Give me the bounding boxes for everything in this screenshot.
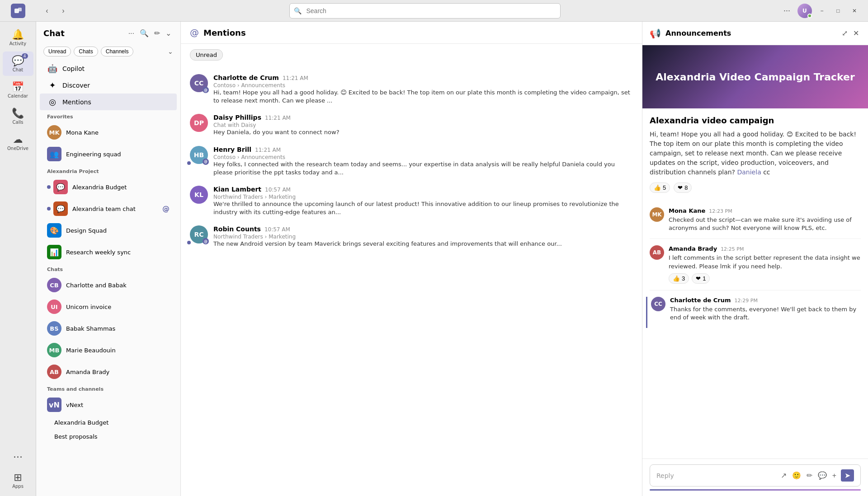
message-item-charlotte[interactable]: CC @ Charlotte de Crum 11:21 AM Contoso …: [181, 70, 642, 109]
chat-item-design-squad[interactable]: 🎨 Design Squad: [40, 220, 177, 241]
msg-content-charlotte: Charlotte de Crum 11:21 AM Contoso › Ann…: [213, 74, 633, 105]
chat-item-unicorn-invoice[interactable]: UI Unicorn invoice: [40, 296, 177, 318]
filter-channels[interactable]: Channels: [101, 47, 134, 56]
more-options-button[interactable]: ···: [780, 4, 794, 17]
chat-item-alexandria-team-chat[interactable]: 💬 Alexandria team chat @: [40, 198, 177, 220]
mention-daniela[interactable]: Daniela: [737, 168, 761, 176]
chat-item-marie-beaudouin[interactable]: MB Marie Beaudouin: [40, 339, 177, 361]
mentions-icon: ◎: [47, 97, 58, 107]
unread-tag[interactable]: Unread: [190, 49, 223, 61]
chat-item-best-proposals[interactable]: Best proposals: [40, 430, 177, 444]
rail-item-calls[interactable]: 📞 Calls: [3, 104, 33, 128]
thread-header-mona: Mona Kane 12:23 PM: [669, 207, 861, 214]
message-item-henry[interactable]: HB @ Henry Brill 11:21 AM Contoso › Anno…: [181, 141, 642, 181]
back-button[interactable]: ‹: [40, 4, 54, 18]
add-button[interactable]: +: [831, 471, 837, 481]
thread-text-charlotte-reply: Thanks for the comments, everyone! We'll…: [670, 305, 861, 322]
close-panel-button[interactable]: ✕: [851, 27, 861, 39]
msg-header-charlotte: Charlotte de Crum 11:21 AM: [213, 74, 633, 81]
format-button[interactable]: ↗: [780, 470, 788, 481]
rail-item-more[interactable]: ···: [3, 448, 33, 466]
expand-panel-button[interactable]: ⤢: [840, 27, 849, 39]
filter-expand-button[interactable]: ⌄: [164, 27, 173, 39]
thread-reply-amanda: AB Amanda Brady 12:25 PM I left comments…: [650, 245, 861, 290]
thumbsup-emoji: 👍: [654, 184, 661, 191]
reaction-thumbsup-amanda[interactable]: 👍 3: [669, 273, 689, 284]
chat-item-alexandria-budget-ch[interactable]: Alexandria Budget: [40, 416, 177, 430]
reply-thread: MK Mona Kane 12:23 PM Checked out the sc…: [642, 207, 868, 342]
message-item-robin[interactable]: RC @ Robin Counts 10:57 AM Northwind Tra…: [181, 221, 642, 253]
rail-item-apps[interactable]: ⊞ Apps: [3, 468, 33, 492]
close-button[interactable]: ✕: [848, 5, 861, 17]
dot-indicator: [187, 161, 191, 165]
right-panel-title: Announcements: [665, 29, 835, 37]
thread-header-charlotte-reply: Charlotte de Crum 12:29 PM: [670, 297, 861, 304]
chat-item-vnext[interactable]: vN vNext: [40, 394, 177, 416]
chat-item-engineering-squad[interactable]: 👥 Engineering squad: [40, 143, 177, 165]
minimize-button[interactable]: −: [816, 5, 828, 17]
forward-button[interactable]: ›: [56, 4, 71, 18]
more-icon: ···: [13, 451, 23, 463]
filter-unread[interactable]: Unread: [43, 47, 71, 56]
unread-tag-container: Unread: [181, 44, 642, 66]
sticker-button[interactable]: 💬: [817, 470, 828, 481]
reaction-heart-amanda[interactable]: ❤ 1: [692, 273, 710, 284]
more-options-sidebar-button[interactable]: ···: [127, 27, 136, 39]
thumbsup-emoji: 👍: [673, 275, 680, 282]
heart-emoji: ❤: [696, 275, 701, 282]
at-indicator: @: [203, 87, 209, 93]
sidebar-item-mentions[interactable]: ◎ Mentions: [40, 94, 177, 110]
thread-content-mona: Mona Kane 12:23 PM Checked out the scrip…: [669, 207, 861, 232]
search-bar: 🔍: [289, 3, 561, 19]
emoji-button[interactable]: 🙂: [791, 470, 802, 481]
reaction-heart[interactable]: ❤ 8: [674, 182, 692, 193]
rail-item-chat[interactable]: 💬 4 Chat: [3, 51, 33, 76]
heart-count: 1: [703, 275, 706, 282]
chat-item-research-weekly[interactable]: 📊 Research weekly sync: [40, 241, 177, 263]
search-input[interactable]: [289, 3, 561, 19]
chat-item-mona-kane[interactable]: MK Mona Kane: [40, 122, 177, 143]
avatar-alexandria-budget: 💬: [53, 180, 68, 194]
messages-list: CC @ Charlotte de Crum 11:21 AM Contoso …: [181, 66, 642, 496]
thread-content-charlotte-reply: Charlotte de Crum 12:29 PM Thanks for th…: [670, 297, 861, 322]
avatar-babak-shammas: BS: [47, 321, 61, 336]
user-avatar[interactable]: U: [797, 4, 812, 18]
send-button[interactable]: ➤: [841, 469, 854, 482]
reaction-thumbsup[interactable]: 👍 5: [650, 182, 670, 193]
chat-item-amanda-brady[interactable]: AB Amanda Brady: [40, 361, 177, 383]
rail-item-activity[interactable]: 🔔 Activity: [3, 25, 33, 50]
filter-chats[interactable]: Chats: [74, 47, 98, 56]
maximize-button[interactable]: □: [832, 5, 844, 17]
message-item-kian[interactable]: KL Kian Lambert 10:57 AM Northwind Trade…: [181, 181, 642, 221]
reply-input-area[interactable]: Reply ↗ 🙂 ✏ 💬 + ➤: [650, 464, 861, 487]
calls-icon: 📞: [12, 108, 24, 119]
msg-header-daisy: Daisy Phillips 11:21 AM: [213, 114, 633, 121]
avatar-research-weekly: 📊: [47, 245, 61, 259]
rail-item-onedrive[interactable]: ☁ OneDrive: [3, 130, 33, 154]
title-bar: ‹ › 🔍 ··· U − □ ✕: [0, 0, 868, 22]
reply-placeholder: Reply: [656, 472, 780, 479]
avatar-msg-robin: RC @: [190, 225, 208, 243]
sidebar-item-copilot[interactable]: 🤖 Copilot: [40, 60, 177, 77]
attach-button[interactable]: ✏: [806, 470, 813, 481]
thread-content-amanda: Amanda Brady 12:25 PM I left comments in…: [669, 245, 861, 283]
filter-expand-chevron[interactable]: ⌄: [168, 47, 173, 56]
campaign-banner: Alexandria Video Campaign Tracker: [642, 45, 868, 108]
thread-avatar-mona: MK: [650, 207, 664, 222]
thumbsup-count: 5: [663, 184, 666, 191]
chat-item-babak-shammas[interactable]: BS Babak Shammas: [40, 318, 177, 339]
rail-item-calendar[interactable]: 📅 Calendar: [3, 78, 33, 102]
mentions-pane-icon: @: [190, 27, 199, 38]
announcement-content: Alexandria video campaign Hi, team! Hope…: [642, 108, 868, 207]
announcement-title: Alexandria video campaign: [650, 116, 861, 125]
svg-rect-1: [18, 8, 22, 11]
chat-item-alexandria-budget[interactable]: 💬 Alexandria Budget: [40, 176, 177, 198]
compose-button[interactable]: ✏: [152, 27, 162, 39]
app-container: 🔔 Activity 💬 4 Chat 📅 Calendar 📞 Calls ☁…: [0, 22, 868, 496]
search-sidebar-button[interactable]: 🔍: [138, 27, 151, 39]
sidebar-scroll: 🤖 Copilot ✦ Discover ◎ Mentions Favorite…: [36, 60, 180, 496]
chat-item-charlotte-babak[interactable]: CB Charlotte and Babak: [40, 274, 177, 296]
reply-toolbar: ↗ 🙂 ✏ 💬 + ➤: [780, 469, 854, 482]
message-item-daisy[interactable]: DP Daisy Phillips 11:21 AM Chat with Dai…: [181, 109, 642, 141]
sidebar-item-discover[interactable]: ✦ Discover: [40, 77, 177, 94]
